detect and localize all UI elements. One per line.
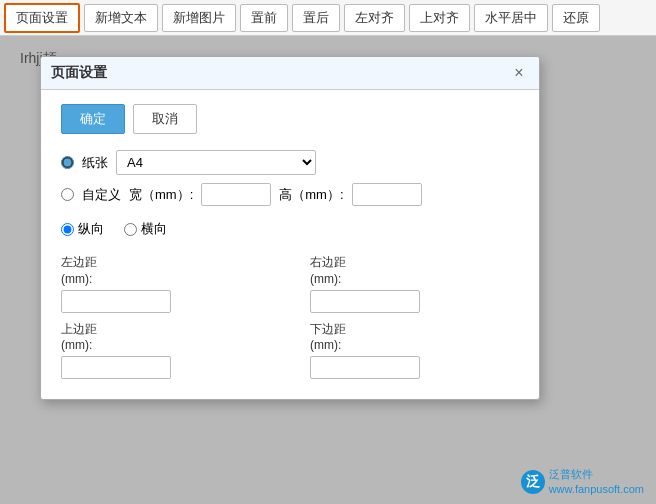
left-margin-label: 左边距 (mm): bbox=[61, 254, 270, 288]
height-input[interactable] bbox=[352, 183, 422, 206]
dialog-close-button[interactable]: × bbox=[509, 63, 529, 83]
paper-section: 纸张 A4 A3 B5 Letter 自定义 宽（mm）: 高（mm）: bbox=[61, 150, 519, 206]
add-text-button[interactable]: 新增文本 bbox=[84, 4, 158, 32]
top-margin-label: 上边距 (mm): bbox=[61, 321, 270, 355]
send-back-button[interactable]: 置后 bbox=[292, 4, 340, 32]
brand-text: 泛普软件 www.fanpusoft.com bbox=[549, 467, 644, 496]
landscape-radio[interactable] bbox=[124, 223, 137, 236]
custom-label: 自定义 bbox=[82, 186, 121, 204]
cancel-button[interactable]: 取消 bbox=[133, 104, 197, 134]
align-center-button[interactable]: 水平居中 bbox=[474, 4, 548, 32]
bring-front-button[interactable]: 置前 bbox=[240, 4, 288, 32]
top-margin-item: 上边距 (mm): bbox=[61, 321, 270, 380]
top-margin-input[interactable] bbox=[61, 356, 171, 379]
left-margin-input[interactable] bbox=[61, 290, 171, 313]
width-input[interactable] bbox=[201, 183, 271, 206]
width-label: 宽（mm）: bbox=[129, 186, 193, 204]
custom-radio[interactable] bbox=[61, 188, 74, 201]
right-margin-item: 右边距 (mm): bbox=[310, 254, 519, 313]
left-margin-item: 左边距 (mm): bbox=[61, 254, 270, 313]
bottom-margin-input[interactable] bbox=[310, 356, 420, 379]
restore-button[interactable]: 还原 bbox=[552, 4, 600, 32]
dialog-body: 确定 取消 纸张 A4 A3 B5 Letter bbox=[41, 90, 539, 399]
dialog-title-bar: 页面设置 × bbox=[41, 57, 539, 90]
height-label: 高（mm）: bbox=[279, 186, 343, 204]
main-area: Irhjj顿 页面设置 × 确定 取消 纸张 A4 A bbox=[0, 36, 656, 504]
brand-watermark: 泛 泛普软件 www.fanpusoft.com bbox=[521, 467, 644, 496]
page-setup-dialog: 页面设置 × 确定 取消 纸张 A4 A3 B5 Letter bbox=[40, 56, 540, 400]
bottom-margin-label: 下边距 (mm): bbox=[310, 321, 519, 355]
margins-grid: 左边距 (mm): 右边距 (mm): 上边距 bbox=[61, 254, 519, 379]
portrait-radio[interactable] bbox=[61, 223, 74, 236]
right-margin-label: 右边距 (mm): bbox=[310, 254, 519, 288]
paper-label: 纸张 bbox=[82, 154, 108, 172]
paper-select[interactable]: A4 A3 B5 Letter bbox=[116, 150, 316, 175]
paper-radio[interactable] bbox=[61, 156, 74, 169]
dialog-title: 页面设置 bbox=[51, 64, 107, 82]
orientation-row: 纵向 横向 bbox=[61, 220, 519, 238]
dialog-actions: 确定 取消 bbox=[61, 104, 519, 134]
page-setup-button[interactable]: 页面设置 bbox=[4, 3, 80, 33]
confirm-button[interactable]: 确定 bbox=[61, 104, 125, 134]
bottom-margin-item: 下边距 (mm): bbox=[310, 321, 519, 380]
add-image-button[interactable]: 新增图片 bbox=[162, 4, 236, 32]
paper-radio-row: 纸张 A4 A3 B5 Letter bbox=[61, 150, 519, 175]
landscape-label: 横向 bbox=[124, 220, 167, 238]
right-margin-input[interactable] bbox=[310, 290, 420, 313]
align-left-button[interactable]: 左对齐 bbox=[344, 4, 405, 32]
align-top-button[interactable]: 上对齐 bbox=[409, 4, 470, 32]
portrait-label: 纵向 bbox=[61, 220, 104, 238]
custom-radio-row: 自定义 宽（mm）: 高（mm）: bbox=[61, 183, 519, 206]
brand-icon: 泛 bbox=[521, 470, 545, 494]
toolbar: 页面设置 新增文本 新增图片 置前 置后 左对齐 上对齐 水平居中 还原 bbox=[0, 0, 656, 36]
